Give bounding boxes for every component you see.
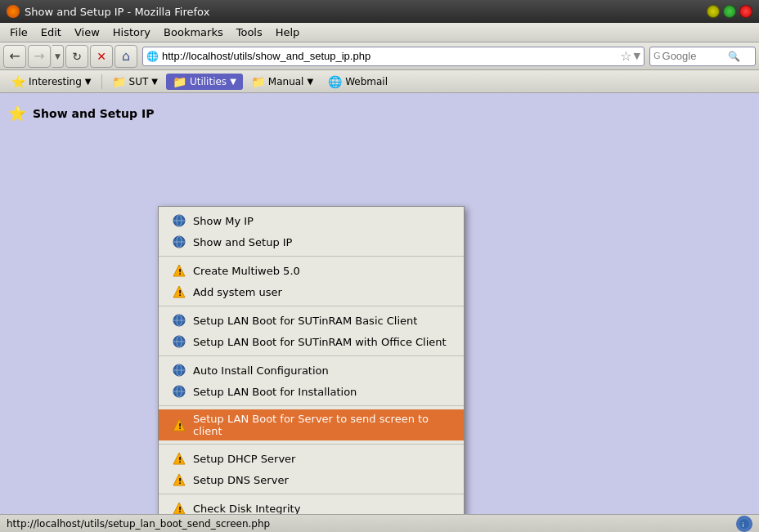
- bookmark-interesting[interactable]: ⭐ Interesting ▼: [5, 74, 98, 90]
- menu-setup-lan-install[interactable]: Setup LAN Boot for Installation: [159, 381, 464, 402]
- utilities-arrow: ▼: [230, 77, 236, 86]
- url-input[interactable]: [162, 50, 618, 62]
- sut-arrow: ▼: [151, 77, 158, 86]
- minimize-button[interactable]: [707, 5, 720, 18]
- show-my-ip-icon: [172, 213, 186, 228]
- bookmark-sut-label: SUT: [129, 76, 149, 87]
- sep-5: [159, 444, 464, 445]
- url-favicon: 🌐: [146, 51, 159, 62]
- close-button[interactable]: [739, 5, 752, 18]
- setup-lan-server-label: Setup LAN Boot for Server to send screen…: [193, 413, 451, 437]
- svg-text:!: !: [178, 456, 182, 464]
- divider-1: [101, 74, 102, 89]
- bookmark-interesting-label: Interesting: [29, 76, 82, 87]
- menu-setup-lan-office[interactable]: Setup LAN Boot for SUTinRAM with Office …: [159, 331, 464, 352]
- bookmark-manual-label: Manual: [268, 76, 304, 87]
- setup-lan-basic-label: Setup LAN Boot for SUTinRAM Basic Client: [193, 315, 417, 327]
- google-icon: G: [653, 51, 661, 61]
- status-security-icon: i: [736, 516, 752, 532]
- setup-dns-label: Setup DNS Server: [193, 474, 289, 486]
- manual-arrow: ▼: [307, 77, 313, 86]
- menu-add-system-user[interactable]: ! Add system user: [159, 281, 464, 302]
- setup-lan-install-icon: [172, 384, 186, 399]
- menu-view[interactable]: View: [68, 25, 106, 40]
- search-input[interactable]: [662, 50, 728, 62]
- sut-icon: 📁: [112, 75, 126, 88]
- setup-dns-icon: !: [172, 472, 186, 487]
- svg-text:!: !: [178, 268, 182, 276]
- bookmark-utilities[interactable]: 📁 Utilities ▼: [166, 74, 243, 90]
- bookmark-star[interactable]: ☆: [618, 48, 633, 64]
- window-title: Show and Setup IP - Mozilla Firefox: [25, 6, 707, 18]
- menu-help[interactable]: Help: [269, 25, 307, 40]
- bookmark-webmail[interactable]: 🌐 Webmail: [321, 74, 394, 90]
- menu-edit[interactable]: Edit: [34, 25, 68, 40]
- page-header: ⭐ Show and Setup IP: [8, 101, 751, 125]
- bookmark-sut[interactable]: 📁 SUT ▼: [106, 74, 164, 90]
- menu-bar: File Edit View History Bookmarks Tools H…: [0, 23, 759, 42]
- menu-bookmarks[interactable]: Bookmarks: [157, 25, 230, 40]
- svg-text:!: !: [178, 289, 182, 297]
- show-setup-ip-label: Show and Setup IP: [193, 236, 292, 248]
- sep-6: [159, 494, 464, 494]
- create-multiweb-icon: !: [172, 263, 186, 278]
- menu-create-multiweb[interactable]: ! Create Multiweb 5.0: [159, 260, 464, 281]
- utilities-icon: 📁: [173, 75, 186, 88]
- setup-lan-office-icon: [172, 334, 186, 349]
- status-bar: http://localhost/utils/setup_lan_boot_se…: [0, 514, 759, 532]
- stop-button[interactable]: ✕: [90, 45, 113, 68]
- page-title: Show and Setup IP: [33, 107, 154, 120]
- firefox-icon: [7, 5, 20, 18]
- menu-setup-dhcp[interactable]: ! Setup DHCP Server: [159, 448, 464, 469]
- home-button[interactable]: ⌂: [115, 45, 137, 68]
- show-setup-ip-icon: [172, 235, 186, 249]
- sep-4: [159, 405, 464, 406]
- history-dropdown[interactable]: ▼: [52, 45, 64, 68]
- svg-text:!: !: [178, 506, 182, 514]
- search-submit-icon[interactable]: 🔍: [728, 51, 740, 62]
- webmail-icon: 🌐: [328, 75, 342, 88]
- setup-lan-install-label: Setup LAN Boot for Installation: [193, 386, 357, 398]
- bookmarks-bar: ⭐ Interesting ▼ 📁 SUT ▼ 📁 Utilities ▼ 📁 …: [0, 70, 759, 93]
- forward-button[interactable]: →: [28, 45, 51, 68]
- refresh-button[interactable]: ↻: [65, 45, 88, 68]
- interesting-icon: ⭐: [11, 75, 25, 88]
- url-dropdown[interactable]: ▼: [634, 51, 640, 61]
- menu-setup-dns[interactable]: ! Setup DNS Server: [159, 469, 464, 490]
- maximize-button[interactable]: [723, 5, 736, 18]
- menu-show-setup-ip[interactable]: Show and Setup IP: [159, 231, 464, 253]
- check-disk-label: Check Disk Integrity: [193, 503, 300, 515]
- svg-point-41: [739, 518, 749, 528]
- bookmark-utilities-label: Utilities: [190, 76, 227, 87]
- search-bar: G 🔍: [649, 47, 756, 66]
- menu-history[interactable]: History: [106, 25, 157, 40]
- back-button[interactable]: ←: [3, 45, 26, 68]
- setup-lan-server-icon: !: [172, 418, 186, 432]
- svg-text:!: !: [178, 477, 182, 485]
- utilities-dropdown-menu: Show My IP Show and Setup IP ! Create Mu…: [158, 206, 465, 514]
- menu-show-my-ip[interactable]: Show My IP: [159, 210, 464, 231]
- manual-icon: 📁: [251, 75, 265, 88]
- interesting-arrow: ▼: [85, 77, 92, 86]
- menu-check-disk[interactable]: ! Check Disk Integrity: [159, 498, 464, 514]
- menu-tools[interactable]: Tools: [230, 25, 269, 40]
- show-my-ip-label: Show My IP: [193, 215, 254, 227]
- status-url: http://localhost/utils/setup_lan_boot_se…: [7, 518, 736, 530]
- page-area: ⭐ Show and Setup IP Show My IP Show and …: [0, 93, 759, 514]
- menu-setup-lan-server[interactable]: ! Setup LAN Boot for Server to send scre…: [159, 409, 464, 440]
- menu-auto-install[interactable]: Auto Install Configuration: [159, 360, 464, 381]
- menu-setup-lan-basic[interactable]: Setup LAN Boot for SUTinRAM Basic Client: [159, 310, 464, 331]
- nav-bar: ← → ▼ ↻ ✕ ⌂ 🌐 ☆ ▼ G 🔍: [0, 42, 759, 70]
- add-system-user-label: Add system user: [193, 286, 282, 298]
- setup-dhcp-icon: !: [172, 451, 186, 466]
- check-disk-icon: !: [172, 501, 186, 514]
- svg-text:!: !: [178, 422, 182, 431]
- menu-file[interactable]: File: [3, 25, 34, 40]
- bookmark-webmail-label: Webmail: [345, 76, 388, 87]
- create-multiweb-label: Create Multiweb 5.0: [193, 265, 300, 277]
- bookmark-manual[interactable]: 📁 Manual ▼: [245, 74, 320, 90]
- title-bar: Show and Setup IP - Mozilla Firefox: [0, 0, 759, 23]
- sep-2: [159, 306, 464, 306]
- auto-install-icon: [172, 363, 186, 378]
- url-bar: 🌐 ☆ ▼: [142, 47, 644, 66]
